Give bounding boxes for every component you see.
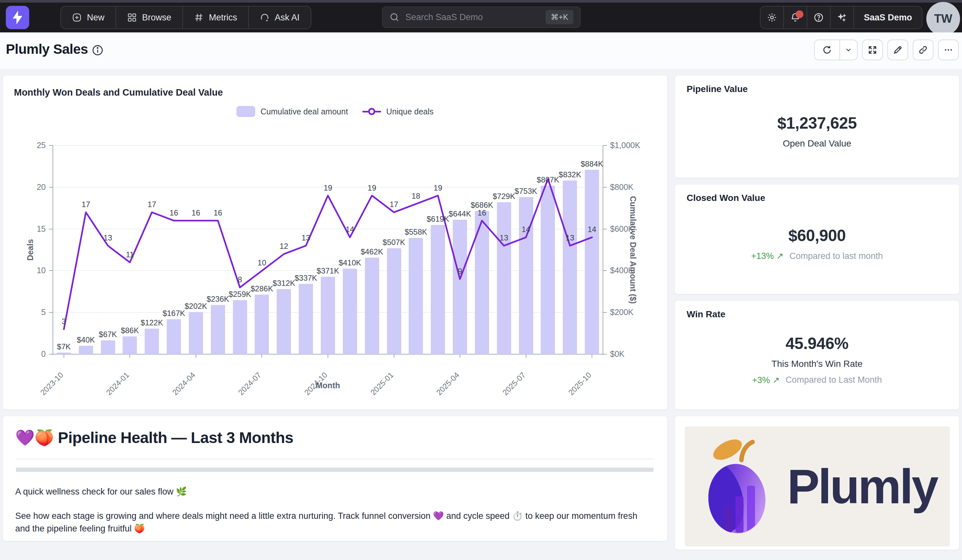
nav-item-browse[interactable]: Browse bbox=[116, 6, 183, 29]
line-point-label: 13 bbox=[103, 233, 112, 242]
workspace-switcher[interactable]: SaaS Demo bbox=[854, 6, 922, 29]
legend-line-marker bbox=[368, 108, 375, 115]
right-axis-tick-label: $800K bbox=[610, 182, 662, 192]
line-point-label: 14 bbox=[521, 225, 530, 234]
bar-value-label: $202K bbox=[184, 302, 207, 311]
bar-value-label: $67K bbox=[99, 330, 117, 339]
nav-item-ask-ai[interactable]: Ask AI bbox=[249, 6, 311, 29]
left-axis-tick-label: 15 bbox=[23, 224, 46, 234]
right-axis-tick bbox=[603, 187, 607, 188]
bar-value-label: $371K bbox=[316, 266, 339, 275]
bar-value-label: $753K bbox=[515, 187, 537, 196]
legend-label: Cumulative deal amount bbox=[260, 107, 348, 116]
chart-legend: Cumulative deal amount Unique deals bbox=[3, 106, 667, 117]
line-point-label: 19 bbox=[368, 183, 376, 193]
more-options-button[interactable] bbox=[938, 40, 959, 60]
legend-line-swatch bbox=[362, 106, 381, 117]
bar-value-label: $619K bbox=[426, 214, 449, 224]
line-point-label: 9 bbox=[458, 267, 462, 276]
share-link-button[interactable] bbox=[913, 40, 933, 60]
nav-item-new[interactable]: New bbox=[61, 6, 116, 29]
refresh-button[interactable] bbox=[815, 40, 840, 60]
kpi-card-closed-won: Closed Won Value $60,900 +13% ↗ Compared… bbox=[675, 184, 959, 294]
bar-value-label: $884K bbox=[581, 159, 603, 169]
bar-value-label: $86K bbox=[121, 326, 139, 335]
chevron-down-icon bbox=[844, 46, 852, 54]
line-point-label: 19 bbox=[324, 183, 333, 193]
x-axis-tick-label: 2024-07 bbox=[220, 370, 263, 414]
kpi-delta-note: Compared to Last Month bbox=[786, 375, 882, 385]
search-shortcut-badge: ⌘+K bbox=[546, 10, 573, 24]
chart-plot: 0$0K5$200K10$400K15$600K20$800K25$1,000K… bbox=[53, 145, 603, 354]
line-point-label: 19 bbox=[434, 183, 442, 193]
help-button[interactable] bbox=[807, 6, 831, 29]
bar-value-label: $312K bbox=[273, 279, 295, 288]
edit-button[interactable] bbox=[888, 40, 908, 60]
right-axis-title: Cumulative Deal Amount ($) bbox=[628, 196, 638, 304]
left-axis-tick-label: 5 bbox=[23, 307, 46, 317]
x-axis-tick-label: 2024-01 bbox=[88, 370, 131, 414]
line-point-label: 3 bbox=[61, 317, 66, 326]
nav-label: Ask AI bbox=[275, 13, 300, 23]
kpi-subtitle: Open Deal Value bbox=[783, 138, 851, 149]
line-point-label: 12 bbox=[279, 242, 288, 251]
ellipsis-icon bbox=[944, 45, 953, 55]
line-point-label: 18 bbox=[412, 191, 420, 201]
nav-label: Browse bbox=[142, 13, 171, 23]
x-axis-tick-label: 2025-07 bbox=[484, 370, 527, 414]
right-axis-tick bbox=[603, 270, 607, 271]
nav-label: New bbox=[87, 13, 105, 23]
bar-value-label: $40K bbox=[77, 335, 95, 344]
bar-value-label: $558K bbox=[405, 227, 427, 237]
app-logo[interactable] bbox=[6, 6, 29, 29]
kpi-delta-note: Compared to last month bbox=[789, 251, 883, 261]
kpi-value: $1,237,625 bbox=[777, 114, 857, 132]
legend-item-line[interactable]: Unique deals bbox=[362, 106, 434, 117]
x-axis-tick bbox=[328, 354, 328, 358]
kpi-value: 45.946% bbox=[786, 334, 849, 353]
refresh-options-button[interactable] bbox=[840, 40, 857, 60]
info-icon[interactable] bbox=[92, 44, 104, 56]
right-axis-tick bbox=[603, 229, 607, 229]
line-point-label: 10 bbox=[258, 258, 266, 267]
line-point-label: 16 bbox=[169, 208, 178, 217]
search-input[interactable] bbox=[405, 12, 546, 23]
hash-icon bbox=[194, 13, 204, 23]
bar-value-label: $832K bbox=[559, 170, 581, 179]
legend-item-bar[interactable]: Cumulative deal amount bbox=[236, 106, 348, 117]
ai-assistant-button[interactable] bbox=[831, 6, 854, 29]
page-title: Plumly Sales bbox=[6, 42, 88, 57]
grid-icon bbox=[127, 13, 137, 23]
x-axis-tick-label: 2024-10 bbox=[286, 370, 329, 414]
kpi-value: $60,900 bbox=[788, 226, 846, 245]
legend-label: Unique deals bbox=[386, 107, 434, 116]
bar-value-label: $729K bbox=[493, 192, 515, 201]
x-axis-tick-label: 2023-10 bbox=[22, 370, 65, 414]
global-search[interactable]: ⌘+K bbox=[382, 6, 581, 28]
x-axis-tick-label: 2025-04 bbox=[418, 370, 461, 414]
nav-item-metrics[interactable]: Metrics bbox=[183, 6, 249, 29]
line-point-label: 16 bbox=[213, 208, 222, 217]
settings-button[interactable] bbox=[760, 6, 784, 29]
user-avatar[interactable]: TW bbox=[926, 2, 960, 35]
kpi-subtitle: This Month's Win Rate bbox=[772, 359, 863, 369]
line-point-label: 14 bbox=[588, 225, 596, 234]
sparkles-icon bbox=[837, 12, 847, 23]
line-point-label: 13 bbox=[566, 233, 575, 242]
line-point-label: 13 bbox=[499, 233, 508, 242]
line-point-label: 16 bbox=[192, 208, 200, 217]
right-axis-tick bbox=[603, 145, 607, 146]
line-point-label: 14 bbox=[345, 225, 354, 234]
x-axis-tick-label: 2025-10 bbox=[550, 370, 593, 414]
line-point-label: 16 bbox=[478, 208, 486, 217]
fullscreen-button[interactable] bbox=[862, 40, 883, 60]
pipeline-health-paragraph-2: See how each stage is growing and where … bbox=[15, 510, 651, 535]
lightning-bolt-icon bbox=[11, 10, 24, 25]
kpi-delta: +3% ↗ bbox=[752, 375, 780, 385]
headset-sparkle-icon bbox=[260, 13, 270, 23]
bar-value-label: $507K bbox=[383, 238, 405, 247]
x-axis-title: Month bbox=[316, 381, 340, 390]
expand-icon bbox=[868, 45, 877, 55]
line-point-label: 17 bbox=[81, 200, 90, 209]
notifications-button[interactable] bbox=[784, 6, 807, 29]
